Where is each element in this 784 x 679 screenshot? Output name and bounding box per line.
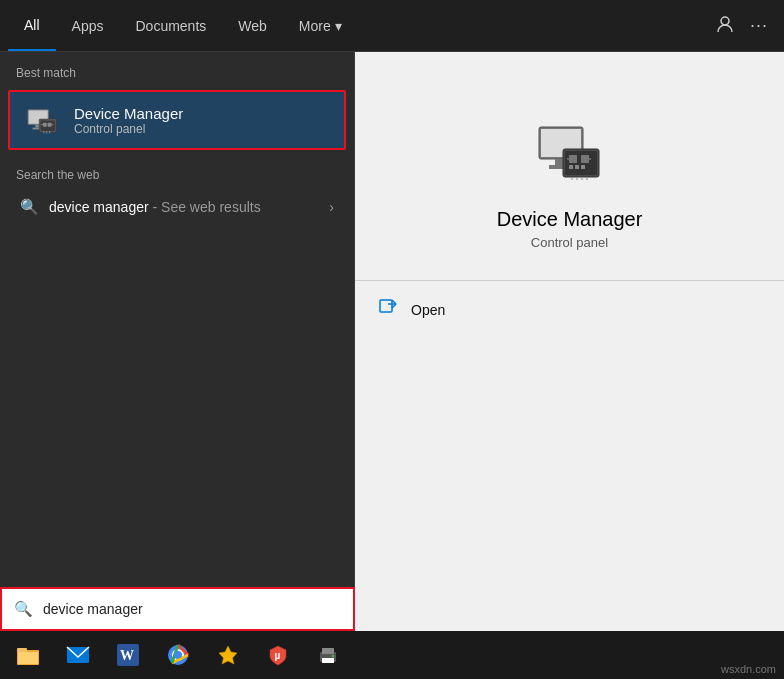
svg-rect-21 — [581, 155, 589, 163]
taskbar-mail[interactable] — [54, 631, 102, 679]
taskbar-word[interactable]: W — [104, 631, 152, 679]
svg-point-50 — [332, 655, 335, 658]
search-icon: 🔍 — [20, 198, 39, 216]
taskbar-security[interactable]: µ — [254, 631, 302, 679]
right-panel: Device Manager Control panel Open — [355, 52, 784, 631]
svg-point-0 — [721, 17, 729, 25]
chevron-down-icon: ▾ — [335, 18, 342, 34]
start-menu: All Apps Documents Web More ▾ — [0, 0, 784, 631]
taskbar-favorites[interactable] — [204, 631, 252, 679]
best-match-subtitle: Control panel — [74, 122, 183, 136]
divider — [355, 280, 784, 281]
svg-rect-31 — [380, 300, 392, 312]
search-bar[interactable]: 🔍 — [0, 587, 355, 631]
open-label: Open — [411, 302, 445, 318]
svg-rect-23 — [575, 165, 579, 169]
svg-text:µ: µ — [275, 650, 281, 661]
best-match-title: Device Manager — [74, 105, 183, 122]
taskbar-printer[interactable] — [304, 631, 352, 679]
taskbar-file-explorer[interactable] — [4, 631, 52, 679]
tab-documents[interactable]: Documents — [119, 0, 222, 51]
left-panel: Best match — [0, 52, 355, 631]
search-bar-icon: 🔍 — [14, 600, 33, 618]
svg-rect-24 — [581, 165, 585, 169]
tab-apps[interactable]: Apps — [56, 0, 120, 51]
tab-web[interactable]: Web — [222, 0, 283, 51]
web-search-item[interactable]: 🔍 device manager - See web results › — [8, 190, 346, 224]
tab-all[interactable]: All — [8, 0, 56, 51]
open-action[interactable]: Open — [355, 289, 784, 331]
svg-rect-37 — [18, 652, 38, 664]
open-icon — [379, 299, 397, 321]
svg-rect-36 — [17, 648, 27, 652]
svg-rect-8 — [48, 123, 52, 127]
chevron-right-icon: › — [329, 199, 334, 215]
person-icon[interactable] — [716, 15, 734, 37]
web-search-text: device manager - See web results — [49, 199, 319, 215]
more-options-icon[interactable]: ··· — [750, 15, 768, 36]
svg-rect-48 — [322, 648, 334, 654]
search-input[interactable] — [43, 601, 341, 617]
svg-rect-22 — [569, 165, 573, 169]
best-match-text: Device Manager Control panel — [74, 105, 183, 136]
tab-more[interactable]: More ▾ — [283, 0, 358, 51]
taskbar: W µ — [0, 631, 784, 679]
best-match-label: Best match — [0, 52, 354, 86]
detail-title: Device Manager — [497, 208, 643, 231]
taskbar-chrome[interactable] — [154, 631, 202, 679]
best-match-item[interactable]: Device Manager Control panel — [8, 90, 346, 150]
svg-rect-49 — [322, 658, 334, 663]
svg-marker-45 — [219, 646, 237, 664]
detail-device-manager-icon — [530, 112, 610, 192]
tab-bar: All Apps Documents Web More ▾ — [0, 0, 784, 52]
svg-point-44 — [175, 652, 182, 659]
detail-subtitle: Control panel — [531, 235, 608, 250]
svg-rect-7 — [43, 123, 47, 127]
watermark: wsxdn.com — [721, 663, 776, 675]
tab-list: All Apps Documents Web More ▾ — [8, 0, 358, 51]
main-content: Best match — [0, 52, 784, 631]
tab-right-icons: ··· — [716, 15, 776, 37]
device-manager-icon — [22, 100, 62, 140]
svg-rect-20 — [569, 155, 577, 163]
svg-text:W: W — [120, 648, 134, 663]
web-section-label: Search the web — [0, 154, 354, 188]
taskbar-icons: W µ — [0, 631, 352, 679]
